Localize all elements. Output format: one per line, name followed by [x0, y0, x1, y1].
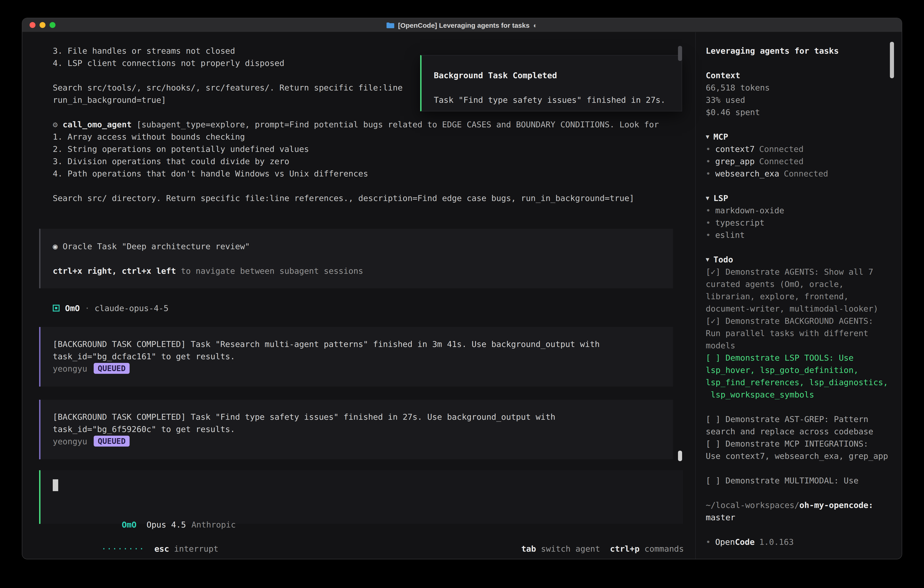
model-label: Opus 4.5 [147, 520, 186, 529]
mcp-item: •context7Connected [706, 143, 893, 155]
close-button[interactable] [30, 22, 35, 28]
chat-pane: 3. File handles or streams not closed 4.… [22, 32, 695, 559]
context-spent: $0.46 spent [706, 106, 893, 118]
model-selector-row[interactable]: OmOOpus 4.5Anthropic [53, 506, 236, 519]
terminal-line: 1. Array access without bounds checking [53, 130, 695, 143]
message-meta: yeongyuQUEUED [53, 435, 673, 448]
todo-section-header[interactable]: ▼Todo [706, 253, 893, 266]
provider-label: Anthropic [191, 520, 236, 529]
workspace-path-prefix: ~/local-workspaces/ [706, 500, 799, 510]
todo-line: [ ] Demonstrate MULTIMODAL: Use [706, 474, 893, 487]
todo-line: lsp_hover, lsp_goto_definition, [706, 364, 893, 376]
background-task-message: [BACKGROUND TASK COMPLETED] Task "Find t… [39, 400, 673, 459]
terminal-line: Search src/ directory. Return specific f… [53, 192, 695, 204]
oracle-panel-hint: ctrl+x right, ctrl+x left to navigate be… [53, 265, 673, 277]
lsp-heading-label: LSP [713, 193, 728, 203]
commands-key-label: commands [640, 543, 684, 555]
terminal-line: 4. Path operations that don't handle Win… [53, 167, 695, 180]
todo-line: Run parallel tasks with different [706, 327, 893, 339]
workspace-branch: master [706, 511, 893, 524]
mcp-item: •websearch_exaConnected [706, 167, 893, 180]
terminal-window: [OpenCode] Leveraging agents for tasks ◐… [22, 18, 902, 559]
bullet-icon: • [706, 218, 711, 227]
mcp-section-header[interactable]: ▼MCP [706, 130, 893, 143]
todo-line: curated agents (OmO, oracle, [706, 278, 893, 290]
message-line: task_id="bg_6f59260c" to get results. [53, 423, 673, 435]
status-right: tab switch agent ctrl+p commands [462, 530, 684, 543]
agent-model: claude-opus-4-5 [94, 302, 168, 314]
todo-line: lsp_find_references, lsp_diagnostics, [706, 376, 893, 388]
oracle-subagent-panel: ◉ Oracle Task "Deep architecture review"… [39, 229, 673, 288]
message-author: yeongyu [53, 364, 87, 373]
chevron-down-icon: ▼ [706, 130, 710, 143]
lsp-item-name: typescript [715, 218, 765, 227]
session-sidebar: Leveraging agents for tasks Context 66,5… [695, 32, 902, 559]
mcp-heading-label: MCP [713, 132, 728, 141]
lsp-item: •markdown-oxide [706, 204, 893, 216]
todo-line: lsp_workspace_symbols [706, 388, 893, 401]
todo-line: [ ] Demonstrate LSP TOOLS: Use [706, 352, 893, 364]
toast-notification[interactable]: Background Task Completed Task "Find typ… [420, 55, 682, 111]
bullet-icon: • [706, 206, 711, 215]
oracle-panel-title: ◉ Oracle Task "Deep architecture review" [53, 240, 673, 253]
app-version: •OpenCode1.0.163 [706, 536, 893, 548]
mcp-item-name: context7 [715, 144, 755, 154]
esc-key-hint: esc [154, 544, 169, 553]
todo-line: document-writer, multimodal-looker) [706, 302, 893, 315]
tool-call-name: call_omo_agent [63, 120, 131, 129]
queued-badge: QUEUED [94, 436, 130, 447]
context-tokens: 66,518 tokens [706, 81, 893, 94]
separator-dot: · [80, 302, 94, 314]
agent-name: OmO [65, 302, 80, 314]
terminal-line: 3. Division operations that could divide… [53, 155, 695, 167]
gear-icon: ⚙ [53, 120, 58, 129]
toast-body: Task "Find type safety issues" finished … [434, 94, 681, 106]
todo-line: librarian, explore, frontend, [706, 290, 893, 302]
context-heading: Context [706, 69, 893, 81]
todo-line [706, 401, 893, 413]
app-name-bold: Code [735, 537, 755, 547]
terminal-line: 2. String operations on potentially unde… [53, 143, 695, 155]
message-line: [BACKGROUND TASK COMPLETED] Task "Resear… [53, 338, 673, 350]
mcp-item-status: Connected [784, 169, 828, 178]
lsp-section-header[interactable]: ▼LSP [706, 192, 893, 204]
prompt-input[interactable]: OmOOpus 4.5Anthropic [39, 470, 683, 524]
screen: [OpenCode] Leveraging agents for tasks ◐… [0, 0, 924, 588]
text-cursor [53, 479, 58, 491]
background-task-message: [BACKGROUND TASK COMPLETED] Task "Resear… [39, 327, 673, 386]
todo-line: search and replace across codebase [706, 425, 893, 438]
mcp-item: •grep_appConnected [706, 155, 893, 167]
minimize-button[interactable] [40, 22, 46, 28]
sidebar-scrollbar-thumb[interactable] [890, 42, 894, 78]
terminal-line [53, 180, 695, 192]
chat-scrollbar-thumb-active[interactable] [678, 451, 682, 461]
active-agent-label: OmO [122, 520, 137, 529]
commands-key-hint: ctrl+p [610, 543, 640, 555]
workspace-repo: oh-my-opencode: [799, 500, 873, 510]
traffic-lights [30, 22, 56, 28]
zoom-button[interactable] [50, 22, 56, 28]
todo-line: [ ] Demonstrate MCP INTEGRATIONS: [706, 438, 893, 450]
chevron-down-icon: ▼ [706, 253, 710, 266]
todo-line: models [706, 339, 893, 352]
chat-scrollbar-thumb[interactable] [678, 46, 682, 61]
lsp-item: •eslint [706, 229, 893, 241]
half-moon-icon: ◐ [533, 21, 537, 29]
todo-line: [✓] Demonstrate BACKGROUND AGENTS: [706, 315, 893, 327]
todo-line: [✓] Demonstrate AGENTS: Show all 7 [706, 266, 893, 278]
bullet-icon: • [706, 230, 711, 239]
todo-line: Use context7, websearch_exa, grep_app [706, 450, 893, 462]
oracle-task-title: Oracle Task "Deep architecture review" [63, 241, 250, 251]
window-title-text: [OpenCode] Leveraging agents for tasks [398, 21, 530, 29]
workspace-path: ~/local-workspaces/oh-my-opencode: [706, 499, 893, 511]
window-titlebar[interactable]: [OpenCode] Leveraging agents for tasks ◐ [22, 18, 902, 32]
app-version-number: 1.0.163 [759, 537, 794, 547]
mcp-item-status: Connected [759, 157, 804, 166]
status-bar: ········ esc interrupt tab switch agent … [42, 530, 684, 543]
todo-line: [ ] Demonstrate AST-GREP: Pattern [706, 413, 893, 425]
todo-line [706, 462, 893, 474]
mcp-item-status: Connected [759, 144, 804, 154]
bullet-icon: • [706, 169, 711, 178]
fisheye-icon: ◉ [53, 241, 58, 251]
tool-call-args: [subagent_type=explore, prompt=Find pote… [137, 120, 659, 129]
